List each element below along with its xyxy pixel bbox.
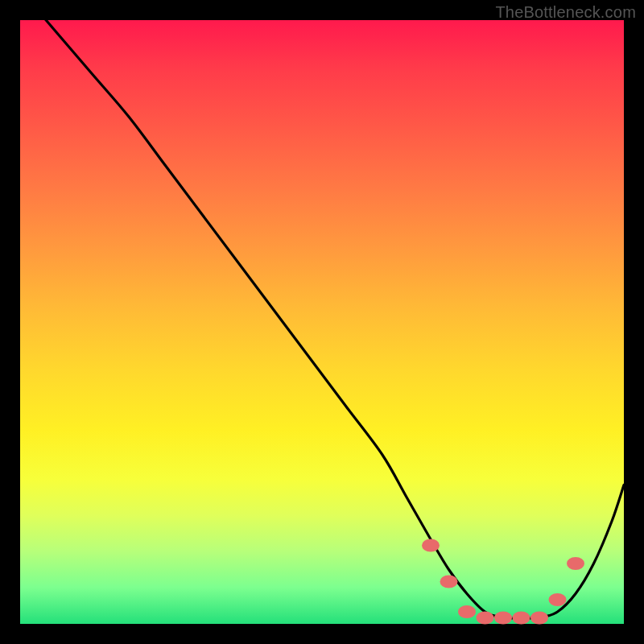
curve-layer (20, 20, 624, 624)
curve-marker (477, 612, 494, 625)
plot-area (20, 20, 624, 624)
curve-marker (530, 612, 548, 625)
watermark-text: TheBottleneck.com (495, 3, 636, 22)
curve-marker (494, 612, 512, 625)
bottleneck-curve (20, 0, 624, 618)
curve-marker (567, 557, 584, 570)
curve-marker (549, 593, 567, 606)
curve-marker (422, 539, 440, 552)
chart-frame: TheBottleneck.com (0, 0, 644, 644)
curve-marker (458, 605, 476, 618)
curve-marker (513, 612, 530, 625)
curve-marker (440, 576, 458, 588)
